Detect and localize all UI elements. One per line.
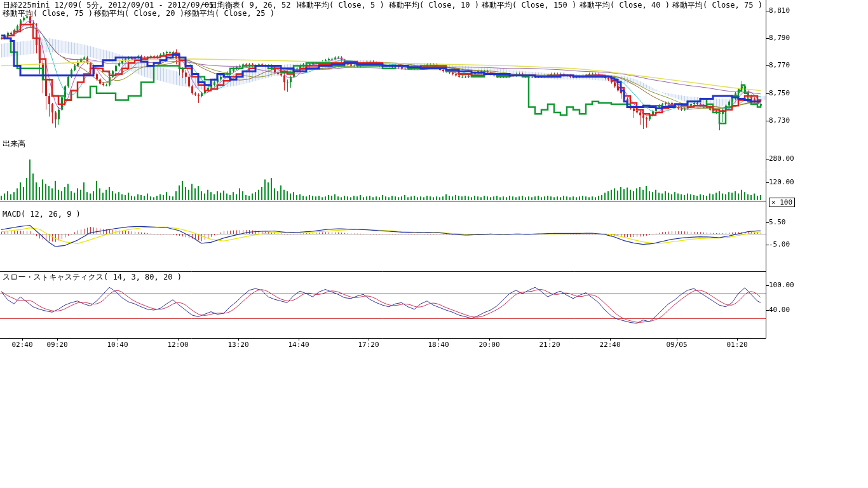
- macd-tick-550: 5.50: [769, 219, 786, 226]
- time-tick-2120: 21:20: [534, 341, 565, 349]
- stoch-tick-100: 100.00: [769, 281, 794, 289]
- price-tick-8770: 8,770: [769, 62, 790, 69]
- indicator-ma40: 移動平均( Close, 40 ): [580, 1, 670, 10]
- indicator-ma75-b: 移動平均( Close, 75 ): [3, 10, 93, 18]
- macd-panel-label: MACD( 12, 26, 9 ): [3, 210, 81, 219]
- price-tick-8730: 8,730: [769, 117, 790, 125]
- indicator-ma75: 移動平均( Close, 75 ): [672, 1, 763, 10]
- time-tick-1840: 18:40: [423, 341, 454, 349]
- time-tick-1040: 10:40: [102, 341, 133, 349]
- volume-tick-280: 280.00: [769, 155, 794, 163]
- indicator-ma10: 移動平均( Close, 10 ): [389, 1, 479, 10]
- time-tick-1320: 13:20: [223, 341, 254, 349]
- price-tick-8750: 8,750: [769, 90, 790, 97]
- volume-tick-120: 120.00: [769, 179, 794, 186]
- time-tick-1720: 17:20: [353, 341, 384, 349]
- indicator-ma20: 移動平均( Close, 20 ): [94, 10, 184, 18]
- price-tick-8790: 8,790: [769, 34, 790, 42]
- indicator-ma5: 移動平均( Close, 5 ): [299, 1, 384, 10]
- time-tick-2240: 22:40: [595, 341, 625, 349]
- time-tick-0120: 01:20: [722, 341, 752, 349]
- time-tick-0905: 09/05: [661, 341, 692, 349]
- indicator-ma25: 移動平均( Close, 25 ): [184, 10, 275, 18]
- time-tick-0920: 09:20: [42, 341, 72, 349]
- volume-multiplier-badge: × 100: [769, 198, 795, 207]
- stoch-panel-label: スロー・ストキャスティクス( 14, 3, 80, 20 ): [3, 273, 182, 281]
- price-tick-8810: 8,810: [769, 7, 790, 15]
- time-tick-0240: 02:40: [7, 341, 37, 349]
- time-tick-2000: 20:00: [474, 341, 505, 349]
- macd-tick-m500: -5.00: [769, 241, 790, 248]
- indicator-ma150: 移動平均( Close, 150 ): [482, 1, 576, 10]
- chart-app: 日経225mini 12/09( 5分, 2012/09/01 - 2012/0…: [0, 0, 868, 488]
- time-tick-1200: 12:00: [163, 341, 193, 349]
- chart-canvas[interactable]: [0, 0, 868, 488]
- volume-panel-label: 出来高: [3, 140, 25, 148]
- stoch-tick-40: 40.00: [769, 306, 790, 314]
- time-tick-1440: 14:40: [283, 341, 314, 349]
